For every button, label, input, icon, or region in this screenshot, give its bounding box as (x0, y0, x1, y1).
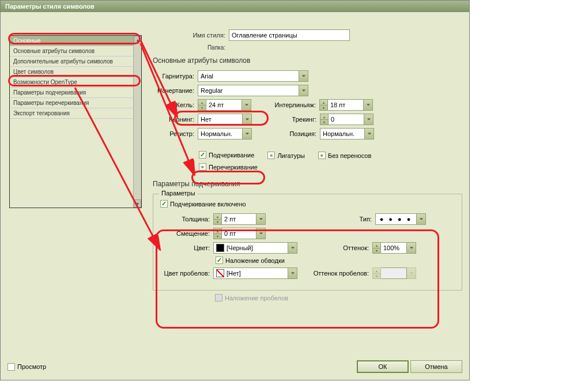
kerning-input[interactable] (198, 114, 243, 125)
weight-input[interactable] (222, 213, 256, 225)
size-label: Кегль: (153, 101, 198, 108)
tracking-spinner[interactable]: ▴▾ (320, 114, 329, 125)
offset-dropdown-icon[interactable] (256, 228, 266, 239)
font-family-dropdown-icon[interactable] (299, 70, 308, 82)
sidebar-item-char-color[interactable]: Цвет символов (10, 67, 141, 77)
overprint-stroke-checkbox[interactable] (216, 257, 223, 264)
sidebar-item-adv-char[interactable]: Дополнительные атрибуты символов (10, 56, 141, 67)
offset-label: Смещение: (160, 230, 213, 237)
size-field[interactable]: ▴▾ (198, 99, 251, 111)
overprint-gap-checkbox (215, 294, 222, 301)
none-swatch-icon (216, 269, 224, 277)
gap-color-select[interactable]: [Нет] (213, 267, 288, 279)
leading-input[interactable] (328, 99, 364, 111)
window-title: Параметры стиля символов (5, 3, 95, 10)
sidebar-item-tag-export[interactable]: Экспорт тегирования (10, 108, 141, 119)
color-select[interactable]: [Черный] (213, 242, 288, 254)
style-name-input[interactable] (229, 29, 350, 41)
gap-tint-spinner[interactable]: ▴▾ (372, 267, 381, 279)
ligatures-checkbox-label: Лигатуры (277, 152, 305, 159)
strike-checkbox-label: Перечеркивание (209, 164, 258, 171)
preview-checkbox-row[interactable]: Просмотр (7, 363, 46, 371)
tracking-label: Трекинг: (252, 116, 320, 123)
tint-spinner[interactable]: ▴▾ (372, 242, 381, 254)
underline-checkbox-row[interactable]: Подчеркивание (199, 151, 254, 159)
color-dropdown-icon[interactable] (288, 242, 297, 254)
tint-dropdown-icon[interactable] (407, 242, 416, 254)
tint-input[interactable] (381, 242, 407, 254)
case-input[interactable] (198, 128, 243, 140)
leading-dropdown-icon[interactable] (364, 99, 373, 111)
case-label: Регистр: (153, 130, 198, 137)
type-dropdown-icon[interactable] (417, 213, 426, 225)
gap-color-dropdown-icon[interactable] (288, 267, 297, 279)
underline-on-checkbox[interactable] (160, 200, 168, 208)
size-input[interactable] (206, 99, 242, 111)
size-dropdown-icon[interactable] (242, 99, 251, 111)
main-panel: Имя стиля: Папка: Основные атрибуты симв… (153, 29, 462, 346)
offset-spinner[interactable]: ▴▾ (213, 228, 222, 239)
underline-on-checkbox-row[interactable]: Подчеркивание включено (160, 200, 246, 208)
weight-dropdown-icon[interactable] (256, 213, 266, 225)
font-style-dropdown-icon[interactable] (299, 85, 308, 96)
dialog-content: Основные Основные атрибуты символов Допо… (1, 12, 469, 380)
offset-input[interactable] (222, 228, 256, 239)
tracking-dropdown-icon[interactable] (364, 114, 373, 125)
strike-checkbox[interactable] (199, 163, 206, 171)
underline-checkbox-label: Подчеркивание (209, 152, 254, 159)
sidebar-item-underline[interactable]: Параметры подчеркивания (10, 88, 141, 98)
underline-options-fieldset: Параметры Подчеркивание включено Толщина… (153, 194, 462, 291)
sidebar-item-basic[interactable]: Основные (10, 36, 141, 46)
overprint-gap-label: Наложение пробелов (225, 295, 288, 301)
style-name-label: Имя стиля: (176, 32, 229, 39)
font-style-input[interactable] (198, 85, 299, 96)
gap-color-label: Цвет пробелов: (160, 270, 213, 277)
type-preview[interactable]: ● ● ● ● (375, 213, 417, 225)
leading-field[interactable]: ▴▾ (319, 99, 373, 111)
color-swatch-icon (216, 244, 224, 252)
color-value: [Черный] (227, 244, 253, 251)
scroll-up-icon[interactable]: ▴ (134, 36, 141, 44)
font-family-input[interactable] (198, 70, 299, 82)
underline-checkbox[interactable] (199, 151, 206, 159)
kerning-label: Кернинг: (153, 116, 198, 123)
leading-spinner[interactable]: ▴▾ (319, 99, 328, 111)
section-basic-char-title: Основные атрибуты символов (153, 56, 462, 65)
type-label: Тип: (266, 216, 375, 223)
sidebar-item-basic-char[interactable]: Основные атрибуты символов (10, 46, 141, 56)
sidebar-item-strike[interactable]: Параметры перечеркивания (10, 98, 141, 108)
dialog-window: Параметры стиля символов Основные Основн… (0, 0, 470, 380)
case-dropdown-icon[interactable] (243, 128, 252, 140)
position-label: Позиция: (252, 130, 320, 137)
section-underline-title: Параметры подчеркивания (153, 180, 462, 188)
weight-label: Толщина: (160, 216, 213, 223)
strike-checkbox-row[interactable]: Перечеркивание (199, 163, 258, 171)
leading-label: Интерлиньяж: (251, 101, 319, 108)
category-sidebar: Основные Основные атрибуты символов Допо… (9, 35, 142, 208)
position-dropdown-icon[interactable] (365, 128, 374, 140)
gap-color-value: [Нет] (227, 270, 241, 277)
ligatures-checkbox-row[interactable]: Лигатуры (267, 152, 305, 159)
dialog-footer: Просмотр ОК Отмена (7, 360, 462, 373)
sidebar-item-opentype[interactable]: Возможности OpenType (10, 77, 141, 88)
tracking-input[interactable] (329, 114, 364, 125)
overprint-stroke-checkbox-row[interactable]: Наложение обводки (216, 257, 285, 264)
tint-label: Оттенок: (297, 244, 372, 251)
cancel-button[interactable]: Отмена (410, 360, 462, 373)
ok-button[interactable]: ОК (357, 360, 409, 373)
kerning-dropdown-icon[interactable] (243, 114, 252, 125)
preview-checkbox[interactable] (7, 363, 15, 371)
preview-label: Просмотр (17, 363, 46, 370)
position-input[interactable] (320, 128, 365, 140)
ligatures-checkbox[interactable] (267, 152, 275, 159)
sidebar-scrollbar[interactable]: ▴ ▾ (133, 36, 141, 208)
scroll-down-icon[interactable]: ▾ (134, 199, 141, 208)
gap-tint-dropdown-icon (407, 267, 416, 279)
overprint-stroke-label: Наложение обводки (225, 257, 285, 264)
weight-spinner[interactable]: ▴▾ (213, 213, 222, 225)
underline-on-checkbox-label: Подчеркивание включено (170, 201, 246, 208)
nobreak-checkbox[interactable] (318, 152, 326, 159)
font-style-label: Начертание: (153, 87, 198, 94)
size-spinner[interactable]: ▴▾ (198, 99, 206, 111)
nobreak-checkbox-row[interactable]: Без переносов (318, 152, 371, 159)
